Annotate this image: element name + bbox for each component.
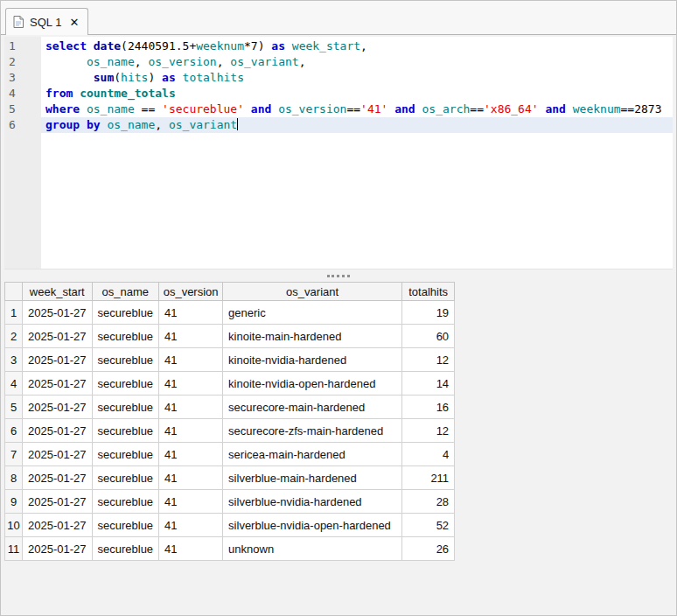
row-number[interactable]: 7 (5, 443, 23, 466)
cell-os_version[interactable]: 41 (159, 466, 223, 490)
cell-totalhits[interactable]: 211 (402, 466, 455, 490)
cell-os_name[interactable]: secureblue (92, 443, 159, 466)
row-number[interactable]: 3 (5, 348, 23, 372)
cell-os_version[interactable]: 41 (159, 348, 223, 372)
cell-os_name[interactable]: secureblue (92, 372, 159, 396)
row-number[interactable]: 10 (5, 514, 23, 537)
sql-token: ( (114, 71, 121, 84)
corner-header-cell[interactable] (5, 283, 23, 301)
cell-week_start[interactable]: 2025-01-27 (23, 466, 93, 490)
cell-os_variant[interactable]: silverblue-nvidia-hardened (223, 490, 402, 514)
cell-week_start[interactable]: 2025-01-27 (23, 372, 93, 396)
cell-os_name[interactable]: secureblue (92, 396, 159, 419)
cell-week_start[interactable]: 2025-01-27 (23, 514, 93, 537)
cell-os_name[interactable]: secureblue (92, 301, 159, 325)
column-header-os_version[interactable]: os_version (159, 283, 223, 301)
cell-totalhits[interactable]: 26 (402, 537, 455, 561)
cell-totalhits[interactable]: 14 (402, 372, 455, 396)
cell-totalhits[interactable]: 12 (402, 348, 455, 372)
cell-os_name[interactable]: secureblue (92, 514, 159, 537)
sql-token (271, 102, 278, 116)
row-number[interactable]: 5 (5, 396, 23, 419)
sql-editor[interactable]: 123456 select date(2440591.5+weeknum*7) … (4, 37, 673, 270)
tab-sql-1[interactable]: SQL 1 ✕ (5, 8, 88, 35)
cell-os_variant[interactable]: generic (223, 301, 402, 325)
cell-week_start[interactable]: 2025-01-27 (23, 396, 93, 419)
line-number: 4 (9, 86, 41, 102)
cell-os_version[interactable]: 41 (159, 490, 223, 514)
cell-os_name[interactable]: secureblue (92, 466, 159, 490)
code-line-4[interactable]: from countme_totals (41, 86, 673, 102)
sql-token: os_variant (230, 55, 298, 68)
row-number[interactable]: 6 (5, 419, 23, 443)
cell-week_start[interactable]: 2025-01-27 (23, 419, 93, 443)
row-number[interactable]: 2 (5, 325, 23, 348)
code-line-2[interactable]: os_name, os_version, os_variant, (41, 54, 673, 70)
sql-token: , (217, 55, 231, 68)
code-line-1[interactable]: select date(2440591.5+weeknum*7) as week… (41, 38, 673, 54)
code-line-3[interactable]: sum(hits) as totalhits (41, 70, 673, 86)
sql-token: os_version (148, 55, 216, 68)
cell-totalhits[interactable]: 60 (402, 325, 455, 348)
code-line-5[interactable]: where os_name == 'secureblue' and os_ver… (41, 102, 673, 117)
cell-os_name[interactable]: secureblue (92, 537, 159, 561)
cell-totalhits[interactable]: 16 (402, 396, 455, 419)
cell-week_start[interactable]: 2025-01-27 (23, 325, 93, 348)
cell-os_variant[interactable]: sericea-main-hardened (223, 443, 402, 466)
row-number[interactable]: 1 (5, 301, 23, 325)
cell-totalhits[interactable]: 19 (402, 301, 455, 325)
cell-os_variant[interactable]: securecore-zfs-main-hardened (223, 419, 402, 443)
column-header-os_name[interactable]: os_name (92, 283, 159, 301)
tab-close-icon[interactable]: ✕ (69, 16, 79, 29)
row-number[interactable]: 8 (5, 466, 23, 490)
cell-totalhits[interactable]: 12 (402, 419, 455, 443)
cell-os_version[interactable]: 41 (159, 537, 223, 561)
sql-token: as (271, 39, 285, 52)
column-header-week_start[interactable]: week_start (23, 283, 93, 301)
sql-token (73, 87, 80, 100)
sql-token: == (470, 102, 484, 116)
cell-os_variant[interactable]: silverblue-nvidia-open-hardened (223, 514, 402, 537)
code-line-6[interactable]: group by os_name, os_variant (41, 117, 673, 133)
cell-week_start[interactable]: 2025-01-27 (23, 348, 93, 372)
cell-os_version[interactable]: 41 (159, 301, 223, 325)
cell-os_variant[interactable]: kinoite-nvidia-hardened (223, 348, 402, 372)
cell-os_name[interactable]: secureblue (92, 348, 159, 372)
cell-os_version[interactable]: 41 (159, 325, 223, 348)
cell-os_version[interactable]: 41 (159, 372, 223, 396)
editor-results-splitter[interactable] (1, 270, 676, 282)
table-row: 62025-01-27secureblue41securecore-zfs-ma… (5, 419, 455, 443)
sql-token: group (45, 118, 80, 131)
sql-token: , (155, 118, 169, 131)
cell-os_version[interactable]: 41 (159, 419, 223, 443)
row-number[interactable]: 11 (5, 537, 23, 561)
column-header-os_variant[interactable]: os_variant (223, 283, 402, 301)
sql-code-area[interactable]: select date(2440591.5+weeknum*7) as week… (41, 37, 673, 269)
cell-week_start[interactable]: 2025-01-27 (23, 301, 93, 325)
row-number[interactable]: 9 (5, 490, 23, 514)
cell-os_version[interactable]: 41 (159, 514, 223, 537)
sql-token (80, 118, 87, 131)
cell-week_start[interactable]: 2025-01-27 (23, 537, 93, 561)
cell-os_variant[interactable]: unknown (223, 537, 402, 561)
cell-week_start[interactable]: 2025-01-27 (23, 443, 93, 466)
column-header-totalhits[interactable]: totalhits (402, 283, 455, 301)
cell-os_variant[interactable]: securecore-main-hardened (223, 396, 402, 419)
cell-os_variant[interactable]: kinoite-main-hardened (223, 325, 402, 348)
cell-os_name[interactable]: secureblue (92, 325, 159, 348)
sql-token: os_version (278, 102, 346, 116)
cell-os_version[interactable]: 41 (159, 396, 223, 419)
sql-token: by (87, 118, 101, 131)
cell-week_start[interactable]: 2025-01-27 (23, 490, 93, 514)
cell-os_variant[interactable]: silverblue-main-hardened (223, 466, 402, 490)
cell-totalhits[interactable]: 4 (402, 443, 455, 466)
cell-os_name[interactable]: secureblue (92, 490, 159, 514)
cell-os_version[interactable]: 41 (159, 443, 223, 466)
sql-document-icon (13, 16, 24, 28)
sql-token: weeknum (196, 39, 244, 52)
row-number[interactable]: 4 (5, 372, 23, 396)
cell-os_variant[interactable]: kinoite-nvidia-open-hardened (223, 372, 402, 396)
cell-totalhits[interactable]: 52 (402, 514, 455, 537)
cell-os_name[interactable]: secureblue (92, 419, 159, 443)
cell-totalhits[interactable]: 28 (402, 490, 455, 514)
